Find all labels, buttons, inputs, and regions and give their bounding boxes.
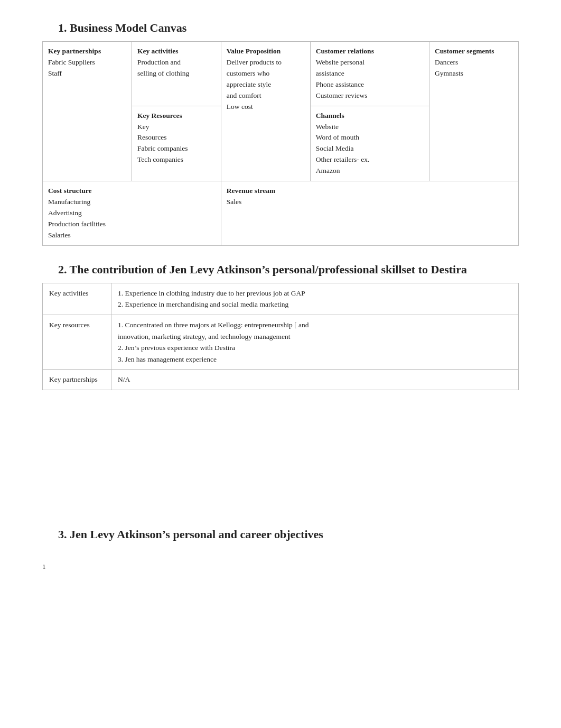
cr-item-2: assistance xyxy=(316,69,344,77)
s2-content-2-line1: 1. Concentrated on three majors at Kello… xyxy=(118,321,308,329)
kr-prefix: Key xyxy=(137,123,149,131)
key-partnerships-header: Key partnerships xyxy=(48,47,101,55)
key-activities-header: Key activities xyxy=(137,47,179,55)
key-partnerships-cell: Key partnerships Fabric Suppliers Staff xyxy=(43,42,132,181)
key-resources-header: Key Resources xyxy=(137,112,182,119)
cr-item-4: Customer reviews xyxy=(316,91,368,99)
cst-item-4: Salaries xyxy=(48,231,71,239)
key-partnerships-item-2: Staff xyxy=(48,69,62,77)
section2-row-2: Key resources 1. Concentrated on three m… xyxy=(43,315,519,369)
cost-structure-cell: Cost structure Manufacturing Advertising… xyxy=(43,181,221,246)
key-activities-item-2: selling of clothing xyxy=(137,69,189,77)
revenue-stream-header: Revenue stream xyxy=(227,187,275,195)
cr-item-1: Website personal xyxy=(316,58,364,66)
cs-item-2: Gymnasts xyxy=(435,69,463,77)
section2-row-1: Key activities 1. Experience in clothing… xyxy=(43,283,519,315)
ch-item-3: Social Media xyxy=(316,144,354,152)
ch-item-2: Word of mouth xyxy=(316,133,359,141)
s2-content-1-line1: 1. Experience in clothing industry due t… xyxy=(118,289,305,297)
section1-title: 1. Business Model Canvas xyxy=(42,21,519,35)
s2-content-2-line4: 3. Jen has management experience xyxy=(118,355,217,363)
key-activities-top-cell: Key activities Production and selling of… xyxy=(132,42,221,106)
vp-item-4: Low cost xyxy=(227,103,253,110)
value-proposition-header: Value Proposition xyxy=(227,47,280,55)
s2-content-1: 1. Experience in clothing industry due t… xyxy=(111,283,519,315)
spacer xyxy=(42,390,519,496)
channels-cell: Channels Website Word of mouth Social Me… xyxy=(310,106,429,181)
bmc-table: Key partnerships Fabric Suppliers Staff … xyxy=(42,41,519,246)
rs-item-1: Sales xyxy=(227,198,242,206)
cr-item-3: Phone assistance xyxy=(316,80,364,88)
s2-content-3: N/A xyxy=(111,370,519,390)
key-partnerships-item-1: Fabric Suppliers xyxy=(48,58,95,66)
revenue-stream-cell: Revenue stream Sales xyxy=(221,181,518,246)
cs-item-1: Dancers xyxy=(435,58,458,66)
ch-item-5: Amazon xyxy=(316,167,340,174)
section3-title: 3. Jen Levy Atkinson’s personal and care… xyxy=(42,528,519,541)
vp-item-2: appreciate style xyxy=(227,80,271,88)
page-number: 1 xyxy=(42,563,519,571)
customer-segments-cell: Customer segments Dancers Gymnasts xyxy=(429,42,519,181)
section2-title: 2. The contribution of Jen Levy Atkinson… xyxy=(42,263,519,277)
vp-item-1: Deliver products to customers who xyxy=(227,58,282,77)
channels-header: Channels xyxy=(316,112,344,119)
cst-item-1: Manufacturing xyxy=(48,198,90,206)
vp-item-3: and comfort xyxy=(227,91,261,99)
customer-relations-cell: Customer relations Website personal assi… xyxy=(310,42,429,106)
s2-content-2-line3: 2. Jen’s previous experience with Destir… xyxy=(118,344,235,352)
kr-item-2: Tech companies xyxy=(137,155,183,163)
cost-structure-header: Cost structure xyxy=(48,187,92,195)
s2-content-2: 1. Concentrated on three majors at Kello… xyxy=(111,315,519,369)
customer-segments-header: Customer segments xyxy=(435,47,494,55)
section2-row-3: Key partnerships N/A xyxy=(43,370,519,390)
cst-item-2: Advertising xyxy=(48,209,82,217)
kr-label: Resources xyxy=(137,133,166,141)
kr-item-1: Fabric companies xyxy=(137,144,188,152)
s2-content-1-line2: 2. Experience in merchandising and socia… xyxy=(118,300,288,308)
value-proposition-cell: Value Proposition Deliver products to cu… xyxy=(221,42,310,181)
s2-content-2-line2: innovation, marketing strategy, and tech… xyxy=(118,333,290,340)
cst-item-3: Production facilities xyxy=(48,220,106,228)
ch-item-1: Website xyxy=(316,123,339,131)
ch-item-4: Other retailers- ex. xyxy=(316,155,370,163)
s2-label-3: Key partnerships xyxy=(43,370,111,390)
s2-label-2: Key resources xyxy=(43,315,111,369)
s2-label-1: Key activities xyxy=(43,283,111,315)
key-activities-item-1: Production and xyxy=(137,58,181,66)
customer-relations-header: Customer relations xyxy=(316,47,374,55)
key-resources-cell: Key Resources Key Resources Fabric compa… xyxy=(132,106,221,181)
section2-table: Key activities 1. Experience in clothing… xyxy=(42,283,519,390)
